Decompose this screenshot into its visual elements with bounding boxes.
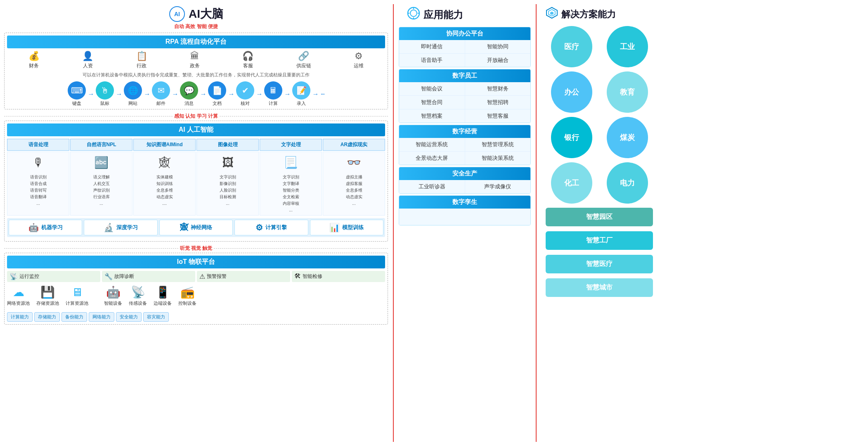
rpa-arrow-9: → — [312, 90, 319, 98]
iot-monitors: 📡 运行监控 🔧 故障诊断 ⚠ 预警报警 🛠 智能检修 — [7, 271, 385, 282]
rpa-flow-input: 📝 录入 — [292, 81, 310, 107]
solution-icon — [546, 7, 558, 22]
iot-monitor-run: 📡 运行监控 — [7, 271, 100, 282]
app-section-collab-title: 协同办公平台 — [399, 27, 530, 40]
ai-col-ar-header: AR虚拟现实 — [323, 139, 385, 151]
app-section-digital-emp-title: 数字员工 — [399, 69, 530, 82]
right-panel: 解决方案能力 医疗 工业 办公 教育 银行 煤炭 化工 — [542, 4, 657, 442]
app-section-digital-ops: 数字经营 智能运营系统 智慧管理系统 全景动态大屏 智能决策系统 — [399, 125, 531, 165]
rpa-categories: 💰 财务 👤 人资 📋 行政 🏛 政务 🎧 客服 — [7, 51, 385, 69]
rpa-arrow-2: → — [116, 90, 122, 98]
ai-intel-section: AI 人工智能 语音处理 自然语言NPL 知识图谱AIMind 图像处理 文字处… — [4, 121, 388, 242]
ai-intel-grid: 语音处理 自然语言NPL 知识图谱AIMind 图像处理 文字处理 AR虚拟现实… — [7, 139, 385, 216]
rpa-flow-doc: 📄 文档 — [208, 81, 226, 107]
iot-monitor-alert: ⚠ 预警报警 — [197, 271, 290, 282]
solution-circle-industry: 工业 — [601, 26, 653, 67]
app-section-digital-emp: 数字员工 智能会议 智慧财务 智慧合同 智慧招聘 智慧档案 智慧客服 — [399, 69, 531, 123]
iot-smart-device: 🤖 智能设备 — [104, 285, 122, 306]
app-cell-smart-mgmt: 智慧管理系统 — [465, 138, 531, 151]
app-cap-icon — [407, 7, 420, 23]
solution-header: 解决方案能力 — [542, 4, 657, 26]
ai-bottom-tools: 🤖 机器学习 🔬 深度学习 🕸 神经网络 ⚙ 计算引擎 📊 模型训练 — [7, 218, 385, 237]
ai-col-voice-header: 语音处理 — [7, 139, 69, 151]
ai-col-voice-content: 🎙 语音识别语音合成语音转写语音翻译... — [7, 152, 69, 216]
solution-circle-bank: 银行 — [546, 117, 597, 158]
solution-circle-education: 教育 — [601, 71, 653, 113]
app-section-digital-emp-grid: 智能会议 智慧财务 智慧合同 智慧招聘 智慧档案 智慧客服 — [399, 82, 530, 123]
ai-brain-title: AI AI大脑 — [169, 6, 223, 22]
rpa-arrow-7: → — [256, 90, 263, 98]
iot-cap-storage: 存储能力 — [34, 312, 60, 322]
ai-col-image-content: 🖼 文字识别影像识别人脸识别目标检测... — [196, 152, 259, 216]
iot-capabilities: 计算能力 存储能力 备份能力 网络能力 安全能力 容灾能力 — [7, 312, 385, 322]
rpa-title: RPA 流程自动化平台 — [7, 36, 385, 48]
divider-2: 听觉 视觉 触觉 — [4, 245, 388, 252]
app-cell-smart-contract: 智慧合同 — [399, 96, 465, 109]
rpa-arrow-6: → — [228, 90, 234, 98]
solution-rect-smart-medical: 智慧医疗 — [546, 255, 653, 273]
rpa-flow-check: ✔ 核对 — [236, 81, 254, 107]
middle-right-divider — [536, 4, 537, 442]
svg-point-3 — [410, 10, 417, 17]
svg-text:AI: AI — [174, 11, 180, 17]
rpa-cat-hr: 👤 人资 — [82, 51, 93, 69]
app-cell-smart-recruit: 智慧招聘 — [465, 96, 531, 109]
ai-col-text-header: 文字处理 — [260, 139, 322, 151]
ai-col-kg-content: 🕸 实体建模知识训练全息多维动态虚实.... — [133, 152, 196, 216]
ai-col-kg-header: 知识图谱AIMind — [133, 139, 196, 151]
rpa-cat-gov: 🏛 政务 — [190, 51, 200, 69]
ai-tool-engine: ⚙ 计算引擎 — [234, 220, 308, 235]
iot-control-device: 📻 控制设备 — [178, 285, 196, 306]
iot-edge-device: 📱 边端设备 — [154, 285, 172, 306]
rpa-flow-calc: 🖩 计算 — [264, 81, 282, 107]
rpa-arrow-1: → — [88, 90, 94, 98]
left-panel: AI AI大脑 自动 高效 智能 便捷 RPA 流程自动化平台 💰 财务 👤 人… — [4, 4, 388, 442]
ai-intel-title: AI 人工智能 — [7, 123, 385, 136]
rpa-cat-ops: ⚙ 运维 — [354, 51, 364, 69]
iot-title: IoT 物联平台 — [7, 256, 385, 268]
rpa-flow-mail: ✉ 邮件 — [152, 81, 170, 107]
rpa-cat-admin: 📋 行政 — [136, 51, 147, 69]
rpa-cat-finance: 💰 财务 — [28, 51, 40, 69]
iot-sensor-device: 📡 传感设备 — [129, 285, 147, 306]
app-cell-smart-cs: 智慧客服 — [465, 109, 531, 123]
app-cell-smart-archive: 智慧档案 — [399, 109, 465, 123]
svg-point-2 — [408, 7, 419, 19]
divider-1: 感知 认知 学习 计算 — [4, 113, 388, 120]
app-section-safe-prod-title: 安全生产 — [399, 167, 530, 180]
iot-smart-devices: 🤖 智能设备 📡 传感设备 📱 边端设备 📻 控制设备 — [104, 285, 196, 306]
app-cell-panorama: 全景动态大屏 — [399, 152, 465, 165]
app-section-safe-prod: 安全生产 工业听诊器 声学成像仪 — [399, 167, 531, 194]
rpa-flow: ⌨ 键盘 → 🖱 鼠标 → 🌐 网站 → ✉ 邮件 → — [7, 81, 385, 107]
app-cell-decision: 智能决策系统 — [465, 152, 531, 165]
ai-tool-nn: 🕸 神经网络 — [159, 220, 233, 235]
iot-cap-network: 网络能力 — [89, 312, 114, 322]
app-cell-smart-ops: 智能运营系统 — [399, 138, 465, 151]
ai-col-nlp-header: 自然语言NPL — [70, 139, 132, 151]
ai-title-text: AI大脑 — [189, 6, 223, 22]
rpa-flow-website: 🌐 网站 — [124, 81, 142, 107]
solution-circle-power: 电力 — [601, 162, 653, 204]
iot-cap-disaster: 容灾能力 — [143, 312, 169, 322]
solution-circles-grid: 医疗 工业 办公 教育 银行 煤炭 化工 电力 — [542, 26, 657, 204]
ai-subtitle: 自动 高效 智能 便捷 — [173, 23, 220, 30]
rpa-flow-mouse: 🖱 鼠标 — [96, 81, 114, 107]
iot-compute-pool: 🖥 计算资源池 — [66, 285, 88, 306]
app-section-digital-twin-title: 数字孪生 — [399, 196, 530, 209]
rpa-cat-cs: 🎧 客服 — [242, 51, 253, 69]
ai-col-image-header: 图像处理 — [196, 139, 259, 151]
app-section-digital-twin: 数字孪生 — [399, 195, 531, 225]
iot-monitor-maintain: 🛠 智能检修 — [292, 271, 385, 282]
iot-cap-compute: 计算能力 — [7, 312, 33, 322]
middle-panel: 应用能力 协同办公平台 即时通信 智能协同 语音助手 开放融合 数字员工 智能会… — [399, 4, 531, 442]
rpa-flow-keyboard: ⌨ 键盘 — [68, 81, 86, 107]
rpa-arrow-4: → — [172, 90, 178, 98]
app-cell-open: 开放融合 — [465, 54, 531, 67]
ai-col-nlp-content: 🔤 语义理解人机交互声纹识别行业语库... — [70, 152, 132, 216]
rpa-arrow-3: → — [144, 90, 150, 98]
solution-rect-smart-park: 智慧园区 — [546, 208, 653, 226]
digital-twin-placeholder — [399, 209, 530, 225]
rpa-arrow-8: → — [284, 90, 291, 98]
iot-network-pool: ☁ 网络资源池 — [7, 285, 30, 306]
app-cap-title: 应用能力 — [423, 8, 463, 21]
